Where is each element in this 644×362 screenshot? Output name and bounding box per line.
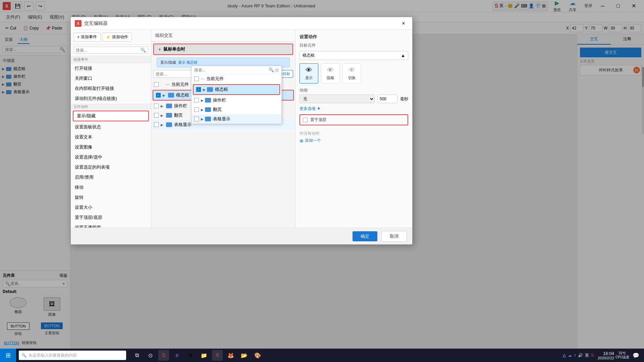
event-set-panel[interactable]: 设置面板状态 (71, 122, 151, 132)
add-event-btn[interactable]: + 添加事件 (73, 33, 101, 42)
checkbox-table[interactable] (154, 122, 159, 127)
taskbar-search-box[interactable]: 🔍 在这里输入你要搜索的内容 (19, 351, 126, 360)
top-layer-checkbox[interactable] (303, 118, 308, 122)
dialog-logo: X (75, 20, 82, 27)
event-set-list[interactable]: 设置选定的列表项 (71, 162, 151, 172)
hide-action-btn[interactable]: 👁 隐藏 (321, 63, 340, 83)
folder-icon[interactable]: 📂 (239, 350, 250, 361)
add-one-row: ⊕ 添加一个 (300, 138, 408, 143)
file-icon[interactable]: 📁 (199, 350, 209, 361)
sys-icons: △ ☁ ↑ 🔊 英 S (563, 353, 594, 358)
action-display-label: 显示/隐藏 (160, 60, 176, 65)
element-action-label: 元件动作 (71, 104, 151, 110)
expand-table[interactable]: ▶ (161, 123, 166, 127)
dropdown-item-table[interactable]: ▶ 表格显示 (192, 114, 281, 124)
middle-header: 组织交互 (151, 30, 295, 42)
chrome-icon[interactable]: ⊕ (185, 350, 196, 361)
more-options-btn[interactable]: 更多选项 ▼ (300, 106, 408, 112)
checkbox-pagination[interactable] (154, 113, 159, 118)
events-search-input[interactable] (76, 48, 141, 53)
temp-value: 31℃ (615, 351, 629, 355)
cloud-icon: ☁ (568, 353, 572, 358)
show-action-btn[interactable]: 👁 显示 (300, 63, 318, 83)
event-open-link[interactable]: 打开链接 (71, 63, 151, 73)
element-icon-current: ─ (166, 82, 169, 87)
dialog-overlay: X 交互编辑器 × + 添加事件 ⚡ 添加动作 (0, 0, 644, 362)
dialog-body: + 添加事件 ⚡ 添加动作 🔍 链接事件 打开链接 关闭窗口 在内部框架打开链接… (71, 30, 412, 228)
animation-label: 动画 (300, 87, 408, 93)
dropdown-item-modal[interactable]: ✓ ▶ 模态框 (193, 84, 280, 95)
event-set-size[interactable]: 设置大小 (71, 202, 151, 213)
folder-pagination (166, 113, 172, 118)
trigger-mouse-click[interactable]: ▼ 鼠标单击时 (153, 44, 293, 55)
eye-closed-icon: 👁 (327, 66, 334, 74)
expand-actionbar[interactable]: ▶ (161, 104, 166, 108)
target-select-arrow: ▲ (401, 53, 405, 58)
event-enable-disable[interactable]: 启用/禁用 (71, 172, 151, 182)
add-action-btn[interactable]: ⚡ 添加动作 (102, 33, 132, 42)
event-scroll-to[interactable]: 滚动到元件(锚点链接) (71, 94, 151, 104)
checkbox-actionbar[interactable] (154, 104, 159, 108)
event-move[interactable]: 移动 (71, 182, 151, 192)
ie-icon[interactable]: e (172, 350, 182, 361)
toggle-label: 切换 (348, 75, 356, 80)
event-set-image[interactable]: 设置图像 (71, 142, 151, 152)
dd-expand-modal[interactable]: ▶ (203, 88, 206, 92)
event-set-text[interactable]: 设置文本 (71, 132, 151, 142)
events-search-icon: 🔍 (141, 48, 146, 53)
dd-check-modal[interactable]: ✓ (196, 87, 201, 92)
network-icon: △ (563, 353, 566, 358)
cpu-temp: 31℃ CPU温度 (615, 351, 629, 360)
checkbox-current[interactable] (154, 82, 159, 87)
update-icon: ↑ (574, 353, 576, 358)
firefox-icon[interactable]: 🦊 (225, 350, 236, 361)
browser-icon[interactable]: S (158, 350, 169, 361)
expand-pagination[interactable]: ▶ (161, 114, 166, 117)
cancel-btn[interactable]: 取消 (381, 231, 407, 242)
dropdown-search-input[interactable] (194, 68, 269, 72)
notification-btn[interactable]: 💬 (631, 350, 641, 361)
animation-ms-input[interactable] (377, 95, 397, 103)
taskbar-icons: ⧉ ⊙ S e ⊕ 📁 X 🦊 📂 🎨 (131, 350, 263, 361)
event-open-in-frame[interactable]: 在内部框架打开链接 (71, 83, 151, 94)
dd-check-table[interactable] (194, 117, 199, 121)
taskview-btn[interactable]: ⧉ (131, 350, 142, 361)
event-show-hide[interactable]: 显示/隐藏 (73, 111, 149, 121)
start-btn[interactable]: ⊞ (0, 349, 16, 362)
dd-expand-table[interactable]: ▶ (201, 117, 204, 121)
event-set-selection[interactable]: 设置选择/选中 (71, 152, 151, 162)
event-rotate[interactable]: 旋转 (71, 192, 151, 202)
event-opacity[interactable]: 设置不透明度 (71, 223, 151, 228)
add-one-link[interactable]: 添加一个 (305, 138, 321, 143)
dialog-settings-panel: 设置动作 目标元件 模态框 ▲ 👁 显示 👁 隐藏 (296, 30, 412, 228)
expand-modal[interactable]: ▶ (163, 94, 168, 97)
dropdown-item-current[interactable]: ─ 当前元件 (192, 74, 281, 83)
animation-row: 无 毫秒 (300, 95, 408, 103)
dd-expand-pagination[interactable]: ▶ (201, 108, 204, 112)
dropdown-item-pagination[interactable]: ▶ 翻页 (192, 105, 281, 114)
confirm-btn[interactable]: 确定 (353, 231, 377, 241)
animation-select[interactable]: 无 (300, 95, 375, 103)
checkbox-modal[interactable]: ✓ (156, 93, 161, 98)
event-close-window[interactable]: 关闭窗口 (71, 73, 151, 83)
event-top-bottom[interactable]: 置于顶层/底层 (71, 213, 151, 223)
target-label: 目标元件 (300, 43, 320, 48)
dialog-events-panel: + 添加事件 ⚡ 添加动作 🔍 链接事件 打开链接 关闭窗口 在内部框架打开链接… (71, 30, 151, 228)
dd-expand-toolbar[interactable]: ▶ (201, 99, 204, 102)
dd-folder-pagination (205, 107, 211, 112)
axure-taskbar-icon[interactable]: X (212, 350, 223, 361)
time-display: 16:04 (598, 351, 614, 356)
dropdown-mode[interactable]: (t) (275, 68, 279, 72)
dropdown-item-toolbar[interactable]: ▶ 操作栏 (192, 96, 281, 105)
dd-check-pagination[interactable] (194, 107, 199, 112)
dialog-close-btn[interactable]: × (399, 19, 408, 28)
dd-check-current[interactable] (194, 76, 199, 81)
input-lang-icon[interactable]: 英 (585, 353, 589, 358)
toggle-action-btn[interactable]: 👁 切换 (342, 63, 361, 83)
paint-icon[interactable]: 🎨 (252, 350, 263, 361)
dd-folder-modal (207, 87, 213, 92)
cortana-btn[interactable]: ⊙ (145, 350, 156, 361)
dd-check-toolbar[interactable] (194, 98, 199, 103)
target-select-row[interactable]: 模态框 ▲ (300, 51, 408, 60)
eye-open-icon: 👁 (306, 66, 312, 74)
